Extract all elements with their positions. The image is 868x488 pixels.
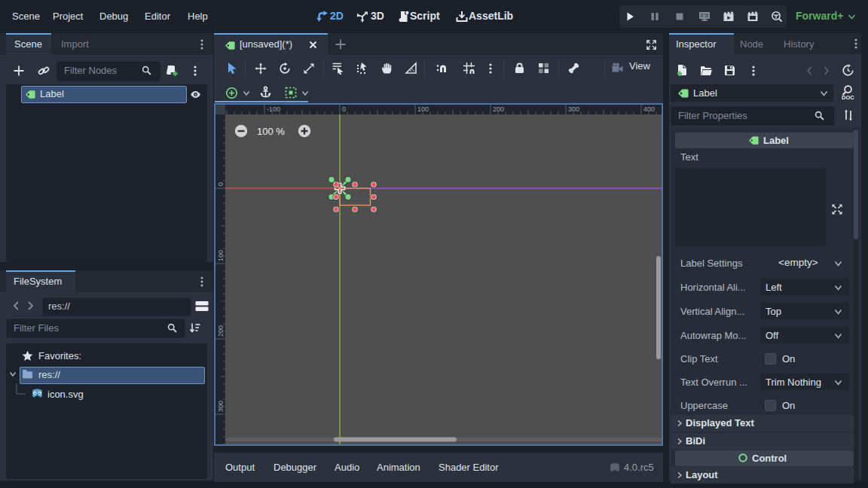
svg-text:0: 0 bbox=[342, 105, 346, 113]
svg-text:100: 100 bbox=[217, 250, 225, 261]
svg-text:-100: -100 bbox=[267, 105, 280, 113]
svg-text:400: 400 bbox=[643, 105, 655, 113]
svg-text:200: 200 bbox=[217, 325, 225, 337]
svg-text:0: 0 bbox=[217, 182, 225, 186]
svg-text:100 %: 100 % bbox=[257, 126, 285, 137]
svg-text:DOC: DOC bbox=[842, 94, 854, 101]
svg-text:300: 300 bbox=[568, 105, 579, 113]
svg-text:300: 300 bbox=[217, 401, 225, 412]
svg-text:200: 200 bbox=[493, 105, 504, 113]
svg-text:100: 100 bbox=[417, 105, 429, 113]
